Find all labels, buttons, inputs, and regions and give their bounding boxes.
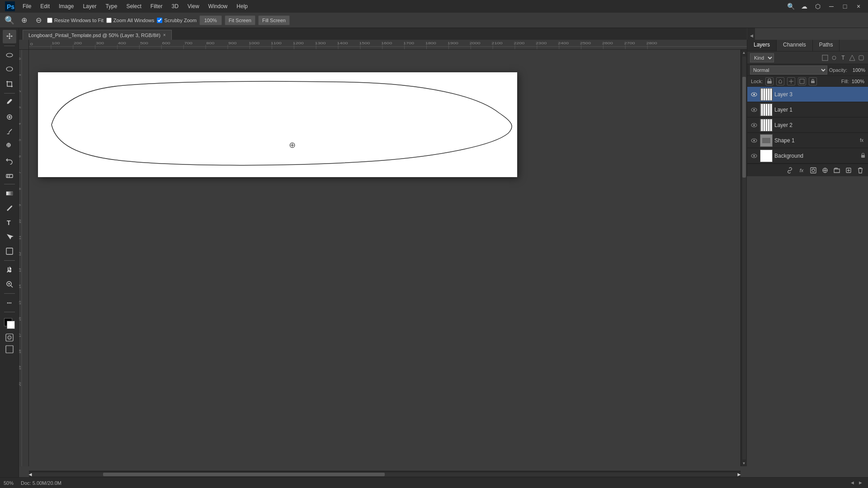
layer-visibility-1[interactable] bbox=[750, 106, 758, 114]
zoom-all-input[interactable] bbox=[106, 18, 112, 23]
tab-channels[interactable]: Channels bbox=[777, 40, 813, 51]
layer-row-1[interactable]: Layer 1 bbox=[747, 102, 868, 117]
tool-path-selection[interactable] bbox=[3, 230, 16, 244]
close-icon[interactable]: × bbox=[853, 0, 864, 12]
layers-panel: Layers Channels Paths Kind T bbox=[747, 40, 868, 176]
filter-pixel-icon[interactable] bbox=[821, 54, 829, 62]
menu-select[interactable]: Select bbox=[122, 1, 146, 11]
doc-size: Doc: 5.00M/20.0M bbox=[21, 480, 61, 486]
menu-edit[interactable]: Edit bbox=[36, 1, 54, 11]
status-arrow-right[interactable]: ► bbox=[858, 480, 864, 486]
menu-window[interactable]: Window bbox=[204, 1, 232, 11]
zoom-in-btn[interactable]: ⊕ bbox=[18, 14, 30, 26]
filter-smart-icon[interactable] bbox=[857, 54, 865, 62]
tool-eraser[interactable] bbox=[3, 168, 16, 182]
layer-group-btn[interactable] bbox=[832, 165, 842, 175]
resize-windows-input[interactable] bbox=[47, 18, 52, 23]
tool-crop[interactable] bbox=[3, 77, 16, 91]
menu-filter[interactable]: Filter bbox=[146, 1, 167, 11]
tool-zoom[interactable] bbox=[3, 277, 16, 291]
horizontal-scrollbar[interactable]: ◄ ► bbox=[29, 471, 741, 477]
svg-rect-2 bbox=[6, 53, 13, 57]
tool-pen[interactable] bbox=[3, 201, 16, 215]
tool-gradient[interactable] bbox=[3, 187, 16, 200]
tool-more[interactable]: ••• bbox=[3, 296, 16, 310]
lock-transparent-btn[interactable] bbox=[765, 77, 774, 85]
menu-image[interactable]: Image bbox=[54, 1, 78, 11]
lock-image-btn[interactable] bbox=[776, 77, 784, 85]
layer-visibility-3[interactable] bbox=[750, 90, 758, 99]
tool-text[interactable]: T bbox=[3, 216, 16, 229]
zoom-in-icon[interactable]: 🔍 bbox=[4, 14, 15, 26]
svg-text:1000: 1000 bbox=[249, 41, 259, 45]
tab-paths[interactable]: Paths bbox=[813, 40, 840, 51]
svg-text:2200: 2200 bbox=[514, 41, 524, 45]
layer-adjustment-btn[interactable] bbox=[820, 165, 830, 175]
tool-clone[interactable] bbox=[3, 139, 16, 153]
menu-3d[interactable]: 3D bbox=[167, 1, 183, 11]
layer-row-2[interactable]: Layer 2 bbox=[747, 117, 868, 133]
layer-new-btn[interactable] bbox=[844, 165, 854, 175]
svg-text:2400: 2400 bbox=[558, 41, 569, 45]
maximize-icon[interactable]: □ bbox=[839, 0, 851, 12]
layer-link-btn[interactable] bbox=[785, 165, 795, 175]
menu-help[interactable]: Help bbox=[232, 1, 252, 11]
blend-mode-select[interactable]: Normal bbox=[750, 66, 827, 75]
layer-row-background[interactable]: Background bbox=[747, 148, 868, 164]
scrubby-zoom-input[interactable] bbox=[157, 18, 162, 23]
tool-move[interactable] bbox=[3, 30, 16, 43]
svg-text:20: 20 bbox=[19, 382, 22, 386]
lock-artboard-btn[interactable] bbox=[798, 77, 806, 85]
tab-layers[interactable]: Layers bbox=[747, 40, 777, 51]
layer-row-shape[interactable]: Shape 1 fx bbox=[747, 133, 868, 148]
cloud-icon[interactable]: ☁ bbox=[798, 0, 810, 12]
lock-all-btn[interactable] bbox=[809, 77, 817, 85]
zoom-input[interactable] bbox=[199, 15, 222, 25]
layer-mask-btn[interactable] bbox=[808, 165, 818, 175]
resize-windows-checkbox[interactable]: Resize Windows to Fit bbox=[47, 18, 104, 23]
filter-adjustment-icon[interactable] bbox=[830, 54, 838, 62]
search-icon[interactable]: 🔍 bbox=[785, 0, 797, 12]
fit-screen-button[interactable]: Fit Screen bbox=[225, 15, 255, 25]
tool-heal[interactable] bbox=[3, 110, 16, 124]
minimize-icon[interactable]: ─ bbox=[826, 0, 837, 12]
menu-view[interactable]: View bbox=[183, 1, 204, 11]
layer-thumb-bg bbox=[760, 150, 773, 162]
tool-shape[interactable] bbox=[3, 244, 16, 258]
share-icon[interactable]: ⬡ bbox=[812, 0, 824, 12]
layer-delete-btn[interactable] bbox=[855, 165, 865, 175]
tool-lasso[interactable] bbox=[3, 63, 16, 76]
vertical-scrollbar[interactable]: ▲ ▼ bbox=[741, 50, 747, 466]
menu-layer[interactable]: Layer bbox=[78, 1, 101, 11]
fill-screen-button[interactable]: Fill Screen bbox=[258, 15, 290, 25]
tab-close-btn[interactable]: × bbox=[163, 33, 166, 38]
tool-history[interactable] bbox=[3, 154, 16, 167]
zoom-out-btn[interactable]: ⊖ bbox=[33, 14, 44, 26]
zoom-level: 50% bbox=[4, 480, 14, 486]
zoom-all-checkbox[interactable]: Zoom All Windows bbox=[106, 18, 154, 23]
scrubby-zoom-checkbox[interactable]: Scrubby Zoom bbox=[157, 18, 197, 23]
layer-visibility-shape[interactable] bbox=[750, 136, 758, 145]
layer-visibility-2[interactable] bbox=[750, 121, 758, 129]
document-tab[interactable]: Longboard_Pintail_Template.psd @ 50% (La… bbox=[23, 30, 172, 40]
filter-text-icon[interactable]: T bbox=[839, 54, 847, 62]
canvas-area[interactable]: Longboard_Pintail_Template.psd @ 50% (La… bbox=[19, 28, 747, 477]
menu-file[interactable]: File bbox=[18, 1, 36, 11]
quick-mask-btn[interactable] bbox=[5, 333, 14, 343]
tool-hand[interactable] bbox=[3, 263, 16, 277]
canvas-viewport[interactable]: ⊕ bbox=[29, 50, 741, 466]
status-arrow-left[interactable]: ◄ bbox=[850, 480, 856, 486]
screen-mode-btn[interactable] bbox=[5, 344, 14, 354]
filter-shape-icon[interactable] bbox=[848, 54, 856, 62]
layer-visibility-bg[interactable] bbox=[750, 152, 758, 160]
menu-type[interactable]: Type bbox=[101, 1, 122, 11]
tool-eyedropper[interactable] bbox=[3, 96, 16, 109]
tool-brush[interactable] bbox=[3, 125, 16, 138]
layer-fx-btn[interactable]: fx bbox=[797, 165, 807, 175]
layer-kind-filter[interactable]: Kind bbox=[750, 53, 774, 62]
panel-toggle-btn[interactable]: ◀ bbox=[749, 33, 754, 38]
color-picker[interactable] bbox=[2, 316, 17, 331]
tool-marquee[interactable] bbox=[3, 48, 16, 62]
lock-position-btn[interactable] bbox=[787, 77, 795, 85]
layer-row-3[interactable]: Layer 3 bbox=[747, 87, 868, 102]
